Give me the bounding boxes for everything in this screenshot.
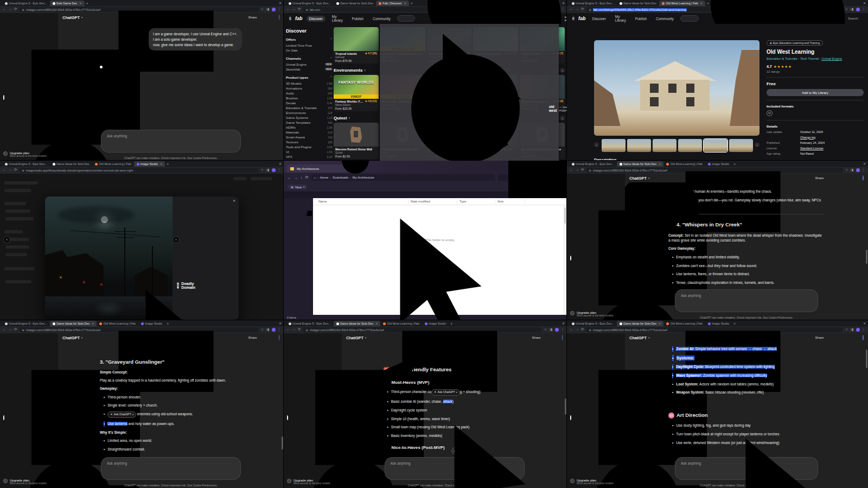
back-icon[interactable]: ← — [3, 8, 7, 11]
filter-item-limited-time-free[interactable]: Limited-Time Free — [286, 43, 333, 48]
upgrade-plan-button[interactable]: ↻Upgrade planMore access to the best mod… — [3, 479, 56, 485]
close-icon[interactable]: ✕ — [233, 199, 235, 202]
fab-nav-publish[interactable]: Publish — [633, 16, 649, 22]
up-icon[interactable]: ↑ — [301, 176, 303, 180]
window-close-icon[interactable]: ✕ — [279, 162, 282, 166]
forward-icon[interactable]: → — [9, 168, 12, 172]
upgrade-plan-button[interactable]: ↻Upgrade planMore access to the best mod… — [3, 151, 56, 157]
browser-tab-0[interactable]: Unreal Engine 5 - Epic Dev... — [2, 161, 50, 167]
browser-tab-0[interactable]: Unreal Engine 5 - Epic Dev... — [2, 1, 50, 6]
message-composer[interactable]: Ask anythingtools — [675, 290, 818, 312]
reload-icon[interactable]: ⟳ — [298, 328, 301, 332]
reload-icon[interactable]: ⟳ — [14, 8, 17, 11]
change-log-link[interactable]: Change log — [800, 136, 864, 139]
browser-tab-1[interactable]: Solo Game Dev✕ — [50, 1, 85, 6]
forward-icon[interactable]: → — [292, 8, 296, 11]
gallery-thumbnail-5[interactable] — [729, 139, 753, 152]
browser-tab-1[interactable]: Game Ideas for Solo Dev — [334, 1, 376, 6]
browser-tab-0[interactable]: Unreal Engine 5 - Epic Dev... — [569, 321, 617, 326]
browser-tab-2[interactable]: Old West Learning | Fab — [92, 161, 133, 167]
filter-item-audio[interactable]: Audio94K — [286, 91, 333, 96]
browser-tab-0[interactable]: Unreal Engine 5 - Epic Dev... — [286, 1, 334, 6]
section-title[interactable]: Environments — [334, 68, 362, 73]
sidebar-item-documents[interactable]: Documents — [285, 227, 312, 232]
fab-logo[interactable]: fab — [578, 16, 586, 21]
app-title[interactable]: ChatGPT — [629, 335, 647, 340]
fab-search-input[interactable]: Search — [680, 15, 699, 22]
extensions-icon[interactable]: ◨ — [266, 168, 269, 172]
fab-nav-community[interactable]: Community — [370, 16, 393, 22]
product-card-0[interactable]: Massive Ruined Stone WallQuixelFrom $2.9… — [334, 123, 379, 159]
plus-icon[interactable] — [680, 161, 843, 309]
thumbs-prev-button[interactable]: ‹ — [594, 142, 599, 147]
new-tab-button[interactable]: + — [167, 162, 169, 166]
fab-nav-my-library[interactable]: My Library — [329, 14, 346, 23]
file-list-scrollbar[interactable] — [563, 205, 567, 315]
reload-icon[interactable]: ⟳ — [14, 328, 17, 332]
prev-image-button[interactable]: ‹ — [3, 236, 10, 243]
tab-close-icon[interactable]: ✕ — [79, 2, 81, 5]
fab-nav-discover[interactable]: Discover — [307, 16, 326, 22]
upgrade-plan-button[interactable]: ↻Upgrade planMore access to the best mod… — [570, 311, 623, 317]
app-title[interactable]: ChatGPT — [629, 176, 647, 181]
product-card-0[interactable]: FANTASY WORLDSFORESTFantasy Worlds: Fore… — [334, 75, 379, 111]
sidebar-item-gallery[interactable]: Gallery — [285, 205, 312, 211]
tab-close-icon[interactable]: ✕ — [160, 162, 162, 166]
thumbs-next-button[interactable]: › — [755, 142, 760, 147]
app-title[interactable]: ChatGPT — [346, 335, 363, 340]
forward-icon[interactable]: → — [9, 8, 12, 11]
next-image-button[interactable]: › — [173, 236, 180, 243]
detail-value[interactable]: Standard License — [800, 147, 864, 150]
filter-group-label[interactable]: Product types⌃ — [286, 75, 333, 79]
tools-button[interactable]: tools — [271, 0, 279, 149]
plus-icon[interactable] — [106, 0, 269, 149]
filter-item-materials[interactable]: Materials21K — [286, 130, 333, 135]
browser-tab-0[interactable]: Unreal Engine 5 - Epic Dev... — [569, 161, 617, 167]
filter-item-ui[interactable]: UI1.5K — [286, 149, 333, 154]
app-title[interactable]: ChatGPT — [62, 15, 80, 20]
scrollbar-thumb[interactable] — [282, 436, 283, 449]
bookmark-star-icon[interactable]: ☆ — [261, 168, 264, 172]
filter-item-unreal-engine[interactable]: Unreal EngineNEW — [286, 62, 333, 67]
forward-icon[interactable]: → — [292, 328, 296, 332]
breadcrumb-link-2[interactable]: Unreal Engine — [821, 57, 842, 60]
breadcrumb-link-1[interactable]: Tech Tutorial — [800, 57, 819, 60]
message-composer[interactable]: Ask anythingtools — [101, 458, 240, 479]
epic-games-logo-icon[interactable]: E — [572, 16, 575, 21]
filter-item-sketchfab[interactable]: SketchfabNEW — [286, 67, 333, 72]
filter-item-education-tutorials[interactable]: Education & Tutorials870 — [286, 105, 333, 110]
filter-item-brushes[interactable]: Brushes1.2K — [286, 96, 333, 100]
gallery-thumbnail-0[interactable] — [602, 139, 626, 152]
add-to-library-button[interactable]: Add to My Library — [767, 89, 864, 96]
gallery-thumbnail-4[interactable] — [704, 139, 727, 152]
tools-button[interactable]: tools — [845, 161, 853, 309]
filter-item-decals[interactable]: Decals3.4K — [286, 100, 333, 105]
new-button[interactable]: ⊕New▾ — [288, 185, 307, 189]
message-composer[interactable]: Ask anythingtools — [101, 130, 240, 152]
gallery-thumbnail-1[interactable] — [627, 139, 651, 152]
filter-item-environments[interactable]: Environments12K — [286, 110, 333, 115]
back-icon[interactable]: ← — [286, 8, 290, 11]
sidebar-item-onedrive-personal[interactable]: OneDrive - Personal — [285, 211, 312, 216]
forward-icon[interactable]: → — [9, 328, 12, 332]
publisher-badge[interactable]: ◈Epic Education Learning and Training — [767, 40, 823, 46]
back-icon[interactable]: ← — [3, 328, 7, 332]
filter-item-tools-and-plugins[interactable]: Tools and Plugins3.9K — [286, 144, 333, 149]
filter-item-vfx[interactable]: VFX6.2K — [286, 154, 333, 159]
section-title[interactable]: Quixel — [334, 116, 347, 121]
url-omnibox[interactable]: ⊕imagestudio.app/library/deadly-domain/g… — [19, 168, 258, 173]
plus-icon[interactable] — [106, 320, 269, 477]
sidebar-item-home[interactable]: Home — [285, 200, 312, 205]
fab-nav-discover[interactable]: Discover — [590, 16, 609, 22]
filter-item-textures[interactable]: Textures18K — [286, 140, 333, 144]
reload-icon[interactable]: ⟳ — [581, 328, 584, 332]
filter-group-label[interactable]: Channels⌃ — [286, 56, 333, 60]
back-icon[interactable]: ← — [570, 328, 573, 332]
scrollbar-thumb[interactable] — [866, 250, 867, 264]
forward-icon[interactable]: → — [576, 168, 579, 172]
filter-item-game-systems[interactable]: Game Systems1.1K — [286, 115, 333, 120]
fab-nav-my-library[interactable]: My Library — [612, 14, 629, 23]
epic-games-logo-icon[interactable]: E — [289, 16, 291, 21]
product-card-0[interactable]: Tropical Islands★ 4.7 (35)GamearFrom $79… — [334, 27, 379, 64]
forward-icon[interactable]: → — [294, 176, 298, 180]
